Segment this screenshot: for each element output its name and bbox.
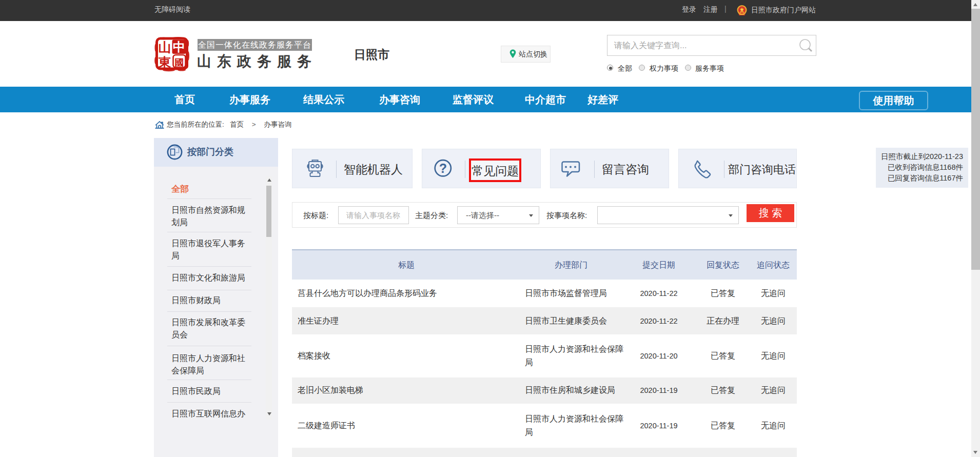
svg-text:中: 中 bbox=[173, 40, 185, 54]
svg-text:國: 國 bbox=[175, 57, 184, 68]
svg-text:山: 山 bbox=[159, 40, 171, 54]
svg-text:?: ? bbox=[439, 161, 447, 175]
svg-text:東: 東 bbox=[158, 55, 171, 69]
